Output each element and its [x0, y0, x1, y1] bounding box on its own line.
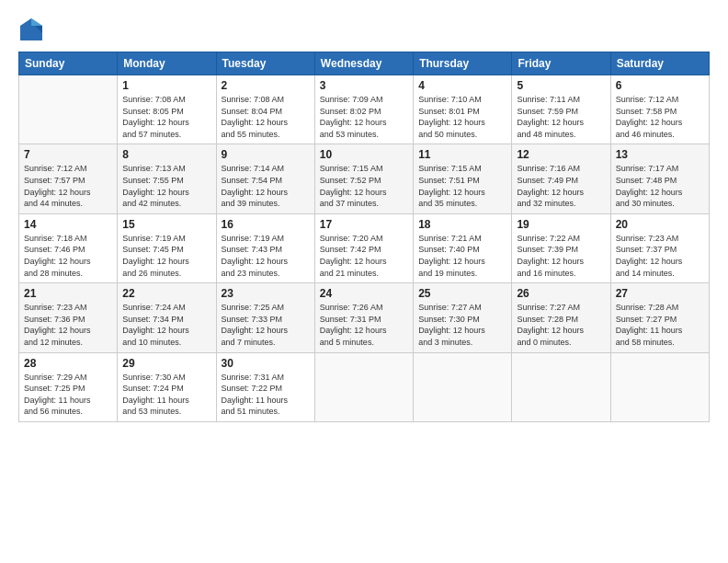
day-cell: 29Sunrise: 7:30 AM Sunset: 7:24 PM Dayli… — [118, 352, 216, 421]
day-number: 29 — [122, 357, 210, 370]
day-info: Sunrise: 7:21 AM Sunset: 7:40 PM Dayligh… — [418, 233, 506, 279]
logo-icon — [18, 17, 44, 42]
day-number: 18 — [418, 218, 506, 231]
header — [18, 17, 710, 42]
day-cell: 14Sunrise: 7:18 AM Sunset: 7:46 PM Dayli… — [19, 213, 118, 282]
day-number: 23 — [222, 287, 310, 300]
day-number: 24 — [320, 287, 408, 300]
day-cell: 12Sunrise: 7:16 AM Sunset: 7:49 PM Dayli… — [512, 144, 610, 213]
day-cell: 6Sunrise: 7:12 AM Sunset: 7:58 PM Daylig… — [610, 75, 709, 144]
day-cell: 16Sunrise: 7:19 AM Sunset: 7:43 PM Dayli… — [216, 213, 314, 282]
day-cell: 28Sunrise: 7:29 AM Sunset: 7:25 PM Dayli… — [19, 352, 118, 421]
day-cell: 7Sunrise: 7:12 AM Sunset: 7:57 PM Daylig… — [19, 144, 118, 213]
day-cell: 20Sunrise: 7:23 AM Sunset: 7:37 PM Dayli… — [610, 213, 709, 282]
day-number: 5 — [517, 79, 605, 92]
day-info: Sunrise: 7:18 AM Sunset: 7:46 PM Dayligh… — [24, 233, 112, 279]
week-row-4: 21Sunrise: 7:23 AM Sunset: 7:36 PM Dayli… — [19, 283, 710, 352]
day-info: Sunrise: 7:29 AM Sunset: 7:25 PM Dayligh… — [24, 372, 112, 418]
day-info: Sunrise: 7:28 AM Sunset: 7:27 PM Dayligh… — [616, 302, 704, 348]
day-cell: 9Sunrise: 7:14 AM Sunset: 7:54 PM Daylig… — [216, 144, 314, 213]
week-row-3: 14Sunrise: 7:18 AM Sunset: 7:46 PM Dayli… — [19, 213, 710, 282]
day-cell: 11Sunrise: 7:15 AM Sunset: 7:51 PM Dayli… — [414, 144, 512, 213]
col-header-friday: Friday — [512, 52, 610, 75]
day-info: Sunrise: 7:11 AM Sunset: 7:59 PM Dayligh… — [517, 94, 605, 140]
page: SundayMondayTuesdayWednesdayThursdayFrid… — [0, 0, 728, 563]
day-number: 26 — [517, 287, 605, 300]
col-header-wednesday: Wednesday — [314, 52, 413, 75]
day-cell: 10Sunrise: 7:15 AM Sunset: 7:52 PM Dayli… — [314, 144, 413, 213]
day-info: Sunrise: 7:08 AM Sunset: 8:05 PM Dayligh… — [122, 94, 210, 140]
day-cell: 1Sunrise: 7:08 AM Sunset: 8:05 PM Daylig… — [118, 75, 216, 144]
day-number: 10 — [320, 148, 408, 161]
day-info: Sunrise: 7:08 AM Sunset: 8:04 PM Dayligh… — [222, 94, 310, 140]
day-cell: 2Sunrise: 7:08 AM Sunset: 8:04 PM Daylig… — [216, 75, 314, 144]
day-cell — [314, 352, 413, 421]
col-header-thursday: Thursday — [414, 52, 512, 75]
day-number: 7 — [24, 148, 112, 161]
day-number: 15 — [122, 218, 210, 231]
day-cell: 26Sunrise: 7:27 AM Sunset: 7:28 PM Dayli… — [512, 283, 610, 352]
day-cell: 13Sunrise: 7:17 AM Sunset: 7:48 PM Dayli… — [610, 144, 709, 213]
day-cell: 18Sunrise: 7:21 AM Sunset: 7:40 PM Dayli… — [414, 213, 512, 282]
day-info: Sunrise: 7:22 AM Sunset: 7:39 PM Dayligh… — [517, 233, 605, 279]
day-cell: 5Sunrise: 7:11 AM Sunset: 7:59 PM Daylig… — [512, 75, 610, 144]
day-number: 19 — [517, 218, 605, 231]
day-number: 20 — [616, 218, 704, 231]
day-info: Sunrise: 7:26 AM Sunset: 7:31 PM Dayligh… — [320, 302, 408, 348]
day-cell — [19, 75, 118, 144]
day-number: 22 — [122, 287, 210, 300]
day-cell: 22Sunrise: 7:24 AM Sunset: 7:34 PM Dayli… — [118, 283, 216, 352]
day-info: Sunrise: 7:23 AM Sunset: 7:36 PM Dayligh… — [24, 302, 112, 348]
week-row-2: 7Sunrise: 7:12 AM Sunset: 7:57 PM Daylig… — [19, 144, 710, 213]
day-number: 9 — [222, 148, 310, 161]
day-cell: 8Sunrise: 7:13 AM Sunset: 7:55 PM Daylig… — [118, 144, 216, 213]
day-number: 30 — [222, 357, 310, 370]
day-info: Sunrise: 7:10 AM Sunset: 8:01 PM Dayligh… — [418, 94, 506, 140]
svg-marker-1 — [31, 18, 42, 26]
day-number: 3 — [320, 79, 408, 92]
day-info: Sunrise: 7:25 AM Sunset: 7:33 PM Dayligh… — [222, 302, 310, 348]
day-info: Sunrise: 7:09 AM Sunset: 8:02 PM Dayligh… — [320, 94, 408, 140]
day-cell — [610, 352, 709, 421]
day-cell: 21Sunrise: 7:23 AM Sunset: 7:36 PM Dayli… — [19, 283, 118, 352]
day-info: Sunrise: 7:20 AM Sunset: 7:42 PM Dayligh… — [320, 233, 408, 279]
day-number: 8 — [122, 148, 210, 161]
logo — [18, 17, 48, 42]
header-row: SundayMondayTuesdayWednesdayThursdayFrid… — [19, 52, 710, 75]
day-info: Sunrise: 7:12 AM Sunset: 7:58 PM Dayligh… — [616, 94, 704, 140]
day-info: Sunrise: 7:17 AM Sunset: 7:48 PM Dayligh… — [616, 163, 704, 209]
day-info: Sunrise: 7:12 AM Sunset: 7:57 PM Dayligh… — [24, 163, 112, 209]
day-number: 17 — [320, 218, 408, 231]
day-info: Sunrise: 7:13 AM Sunset: 7:55 PM Dayligh… — [122, 163, 210, 209]
day-info: Sunrise: 7:16 AM Sunset: 7:49 PM Dayligh… — [517, 163, 605, 209]
day-cell — [414, 352, 512, 421]
day-info: Sunrise: 7:27 AM Sunset: 7:28 PM Dayligh… — [517, 302, 605, 348]
day-info: Sunrise: 7:23 AM Sunset: 7:37 PM Dayligh… — [616, 233, 704, 279]
day-info: Sunrise: 7:15 AM Sunset: 7:51 PM Dayligh… — [418, 163, 506, 209]
day-number: 1 — [122, 79, 210, 92]
day-number: 25 — [418, 287, 506, 300]
col-header-sunday: Sunday — [19, 52, 118, 75]
week-row-5: 28Sunrise: 7:29 AM Sunset: 7:25 PM Dayli… — [19, 352, 710, 421]
calendar: SundayMondayTuesdayWednesdayThursdayFrid… — [18, 52, 710, 422]
day-number: 6 — [616, 79, 704, 92]
day-cell: 17Sunrise: 7:20 AM Sunset: 7:42 PM Dayli… — [314, 213, 413, 282]
day-number: 14 — [24, 218, 112, 231]
day-number: 2 — [222, 79, 310, 92]
day-number: 4 — [418, 79, 506, 92]
day-number: 11 — [418, 148, 506, 161]
day-cell: 4Sunrise: 7:10 AM Sunset: 8:01 PM Daylig… — [414, 75, 512, 144]
day-info: Sunrise: 7:14 AM Sunset: 7:54 PM Dayligh… — [222, 163, 310, 209]
day-cell: 25Sunrise: 7:27 AM Sunset: 7:30 PM Dayli… — [414, 283, 512, 352]
week-row-1: 1Sunrise: 7:08 AM Sunset: 8:05 PM Daylig… — [19, 75, 710, 144]
day-info: Sunrise: 7:31 AM Sunset: 7:22 PM Dayligh… — [222, 372, 310, 418]
day-info: Sunrise: 7:19 AM Sunset: 7:45 PM Dayligh… — [122, 233, 210, 279]
day-cell: 24Sunrise: 7:26 AM Sunset: 7:31 PM Dayli… — [314, 283, 413, 352]
day-cell: 19Sunrise: 7:22 AM Sunset: 7:39 PM Dayli… — [512, 213, 610, 282]
col-header-tuesday: Tuesday — [216, 52, 314, 75]
day-number: 13 — [616, 148, 704, 161]
day-number: 21 — [24, 287, 112, 300]
day-number: 27 — [616, 287, 704, 300]
day-number: 16 — [222, 218, 310, 231]
col-header-monday: Monday — [118, 52, 216, 75]
